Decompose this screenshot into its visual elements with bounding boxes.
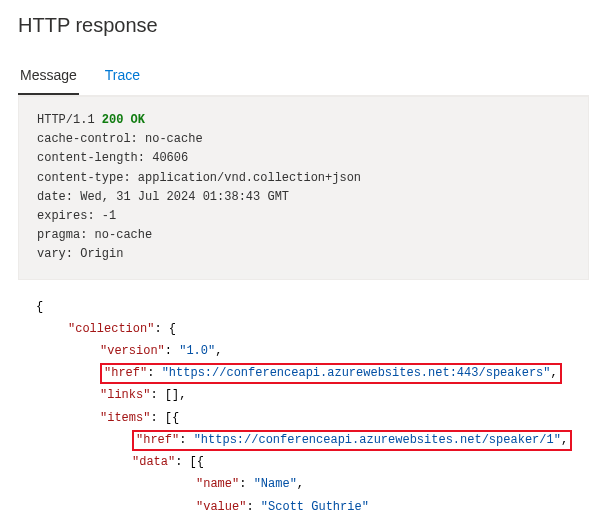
header-content-type: content-type: application/vnd.collection… bbox=[37, 169, 570, 188]
header-pragma: pragma: no-cache bbox=[37, 226, 570, 245]
page-title: HTTP response bbox=[18, 14, 589, 37]
json-line-highlight-href-speaker1: "href": "https://conferenceapi.azurewebs… bbox=[36, 429, 571, 451]
tab-message[interactable]: Message bbox=[18, 59, 79, 95]
header-vary: vary: Origin bbox=[37, 245, 570, 264]
header-content-length: content-length: 40606 bbox=[37, 149, 570, 168]
json-line: "collection": { bbox=[36, 318, 571, 340]
http-headers-block: HTTP/1.1 200 OK cache-control: no-cache … bbox=[18, 96, 589, 280]
header-date: date: Wed, 31 Jul 2024 01:38:43 GMT bbox=[37, 188, 570, 207]
json-line: "version": "1.0", bbox=[36, 340, 571, 362]
json-line: "name": "Name", bbox=[36, 473, 571, 495]
tab-trace[interactable]: Trace bbox=[103, 59, 142, 95]
header-expires: expires: -1 bbox=[37, 207, 570, 226]
header-cache-control: cache-control: no-cache bbox=[37, 130, 570, 149]
json-line: "data": [{ bbox=[36, 451, 571, 473]
http-body-block: { "collection": { "version": "1.0", "hre… bbox=[18, 280, 589, 514]
json-line: "items": [{ bbox=[36, 407, 571, 429]
http-proto: HTTP/1.1 bbox=[37, 113, 102, 127]
http-status-line: HTTP/1.1 200 OK bbox=[37, 111, 570, 130]
json-line: { bbox=[36, 296, 571, 318]
json-line: "value": "Scott Guthrie" bbox=[36, 496, 571, 513]
json-line-highlight-href-speakers: "href": "https://conferenceapi.azurewebs… bbox=[36, 362, 571, 384]
http-status: 200 OK bbox=[102, 113, 145, 127]
json-line: "links": [], bbox=[36, 384, 571, 406]
tabs-bar: Message Trace bbox=[18, 59, 589, 96]
